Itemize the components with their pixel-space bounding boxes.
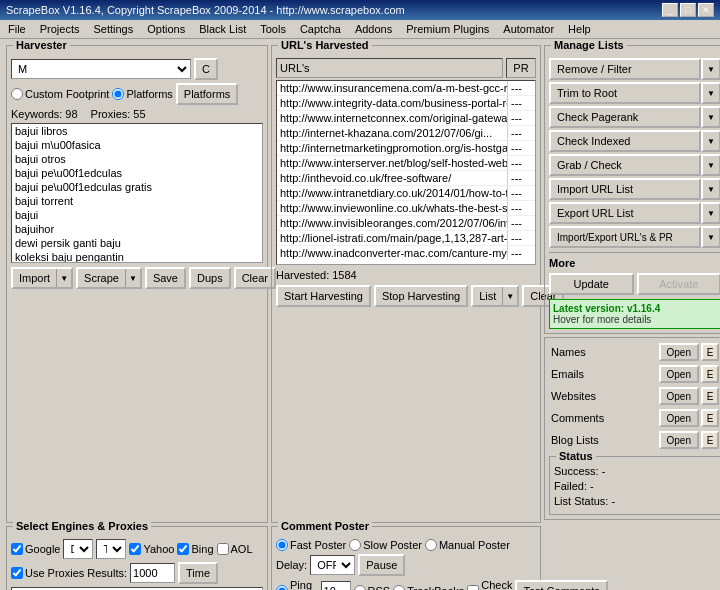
test-comments-btn[interactable]: Test Comments (515, 580, 607, 590)
yahoo-checkbox[interactable] (129, 543, 141, 555)
emails-row: Emails Open E (549, 364, 720, 384)
import-dropdown-arrow[interactable]: ▼ (57, 269, 71, 287)
check-indexed-dropdown[interactable]: ▼ (701, 130, 720, 152)
trim-root-btn[interactable]: Trim to Root (549, 82, 701, 104)
bing-checkbox[interactable] (177, 543, 189, 555)
list-split-btn[interactable]: List ▼ (471, 285, 519, 307)
menu-tools[interactable]: Tools (256, 22, 290, 36)
menu-addons[interactable]: Addons (351, 22, 396, 36)
platforms-radio-input[interactable] (112, 88, 124, 100)
activate-btn[interactable]: Activate (637, 273, 721, 295)
list-btn[interactable]: List (473, 287, 503, 305)
close-button[interactable]: ✕ (698, 3, 714, 17)
rss-input[interactable] (354, 585, 366, 590)
menu-projects[interactable]: Projects (36, 22, 84, 36)
rss-radio[interactable]: RSS (354, 585, 391, 590)
custom-footprint-radio[interactable]: Custom Footprint (11, 88, 109, 100)
trackbacks-radio[interactable]: TrackBacks (393, 585, 464, 590)
import-url-dropdown[interactable]: ▼ (701, 178, 720, 200)
menu-file[interactable]: File (4, 22, 30, 36)
time-btn[interactable]: Time (178, 562, 218, 584)
blog-lists-open-btn[interactable]: Open (659, 431, 699, 449)
use-proxies-checkbox-label[interactable]: Use Proxies (11, 567, 84, 579)
start-harvesting-btn[interactable]: Start Harvesting (276, 285, 371, 307)
list-dropdown-arrow[interactable]: ▼ (503, 287, 517, 305)
menu-automator[interactable]: Automator (499, 22, 558, 36)
names-open-btn[interactable]: Open (659, 343, 699, 361)
fast-poster-input[interactable] (276, 539, 288, 551)
check-pagerank-dropdown[interactable]: ▼ (701, 106, 720, 128)
keywords-list[interactable]: bajui libros bajui m\u00fasica bajui otr… (11, 123, 263, 263)
scrape-split-btn[interactable]: Scrape ▼ (76, 267, 142, 289)
urls-list[interactable]: http://www.insurancemena.com/a-m-best-gc… (276, 80, 536, 265)
update-btn[interactable]: Update (549, 273, 634, 295)
trackbacks-input[interactable] (393, 585, 405, 590)
scrape-btn[interactable]: Scrape (78, 269, 126, 287)
names-e-btn[interactable]: E (701, 343, 719, 361)
emails-e-btn[interactable]: E (701, 365, 719, 383)
manual-poster-input[interactable] (425, 539, 437, 551)
menu-blacklist[interactable]: Black List (195, 22, 250, 36)
delay-select[interactable]: OFF (310, 555, 355, 575)
platforms-radio[interactable]: Platforms (112, 88, 172, 100)
google-sel1[interactable]: D (63, 539, 93, 559)
google-checkbox-label[interactable]: Google (11, 543, 60, 555)
google-sel2[interactable]: T (96, 539, 126, 559)
check-links-checkbox[interactable] (467, 585, 479, 590)
menu-captcha[interactable]: Captcha (296, 22, 345, 36)
menu-settings[interactable]: Settings (89, 22, 137, 36)
ping-mode-input[interactable] (276, 585, 288, 590)
check-links-checkbox-label[interactable]: Check Links (467, 579, 512, 590)
results-input[interactable] (130, 563, 175, 583)
grab-check-btn[interactable]: Grab / Check (549, 154, 701, 176)
comments-e-btn[interactable]: E (701, 409, 719, 427)
yahoo-checkbox-label[interactable]: Yahoo (129, 543, 174, 555)
harvester-clear-btn[interactable]: Clear (234, 267, 276, 289)
google-checkbox[interactable] (11, 543, 23, 555)
export-url-btn[interactable]: Export URL List (549, 202, 701, 224)
ping-value-input[interactable] (321, 581, 351, 590)
platforms-button[interactable]: Platforms (176, 83, 238, 105)
import-split-btn[interactable]: Import ▼ (11, 267, 73, 289)
trim-root-dropdown[interactable]: ▼ (701, 82, 720, 104)
check-pagerank-btn[interactable]: Check Pagerank (549, 106, 701, 128)
aol-checkbox[interactable] (217, 543, 229, 555)
import-url-btn[interactable]: Import URL List (549, 178, 701, 200)
remove-filter-btn[interactable]: Remove / Filter (549, 58, 701, 80)
pause-btn[interactable]: Pause (358, 554, 405, 576)
remove-filter-dropdown[interactable]: ▼ (701, 58, 720, 80)
websites-open-btn[interactable]: Open (659, 387, 699, 405)
emails-open-btn[interactable]: Open (659, 365, 699, 383)
websites-e-btn[interactable]: E (701, 387, 719, 405)
slow-poster-radio[interactable]: Slow Poster (349, 539, 422, 551)
harvester-save-btn[interactable]: Save (145, 267, 186, 289)
use-proxies-checkbox[interactable] (11, 567, 23, 579)
comments-open-btn[interactable]: Open (659, 409, 699, 427)
menu-help[interactable]: Help (564, 22, 595, 36)
grab-check-dropdown[interactable]: ▼ (701, 154, 720, 176)
import-export-pr-dropdown[interactable]: ▼ (701, 226, 720, 248)
aol-checkbox-label[interactable]: AOL (217, 543, 253, 555)
custom-footprint-input[interactable] (11, 88, 23, 100)
fast-poster-radio[interactable]: Fast Poster (276, 539, 346, 551)
bing-checkbox-label[interactable]: Bing (177, 543, 213, 555)
harvester-dups-btn[interactable]: Dups (189, 267, 231, 289)
slow-poster-input[interactable] (349, 539, 361, 551)
list-item: dewi persik ganti baju (12, 236, 262, 250)
maximize-button[interactable]: □ (680, 3, 696, 17)
import-export-pr-btn[interactable]: Import/Export URL's & PR (549, 226, 701, 248)
stop-harvesting-btn[interactable]: Stop Harvesting (374, 285, 468, 307)
check-indexed-btn[interactable]: Check Indexed (549, 130, 701, 152)
menu-premium[interactable]: Premium Plugins (402, 22, 493, 36)
blog-lists-e-btn[interactable]: E (701, 431, 719, 449)
scrape-dropdown-arrow[interactable]: ▼ (126, 269, 140, 287)
menu-options[interactable]: Options (143, 22, 189, 36)
import-btn[interactable]: Import (13, 269, 57, 287)
menu-bar: File Projects Settings Options Black Lis… (0, 20, 720, 39)
minimize-button[interactable]: _ (662, 3, 678, 17)
ping-mode-radio[interactable]: Ping Mode (276, 579, 318, 590)
manual-poster-radio[interactable]: Manual Poster (425, 539, 510, 551)
c-button[interactable]: C (194, 58, 218, 80)
prefix-select[interactable]: M (11, 59, 191, 79)
export-url-dropdown[interactable]: ▼ (701, 202, 720, 224)
